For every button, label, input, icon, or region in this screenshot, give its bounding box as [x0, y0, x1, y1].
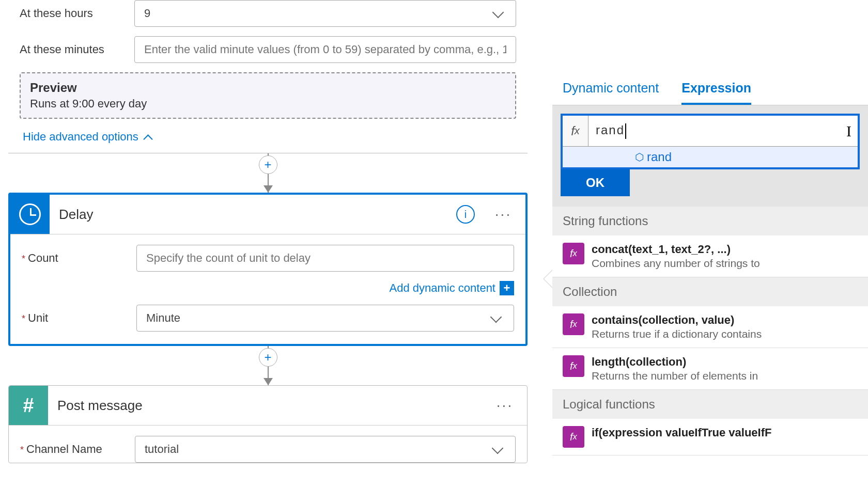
post-message-icon: #: [9, 386, 48, 425]
suggestion-item[interactable]: ⬡ rand: [563, 147, 858, 167]
hide-advanced-label: Hide advanced options: [23, 130, 138, 144]
function-signature: concat(text_1, text_2?, ...): [592, 243, 760, 256]
unit-label: Unit: [22, 311, 136, 325]
post-message-title: Post message: [48, 398, 492, 414]
channel-name-value: tutorial: [145, 443, 179, 456]
preview-text: Runs at 9:00 every day: [30, 97, 506, 111]
preview-box: Preview Runs at 9:00 every day: [20, 72, 516, 119]
chevron-down-icon: [492, 6, 506, 21]
add-step-button[interactable]: +: [259, 348, 277, 367]
add-dynamic-label: Add dynamic content: [390, 281, 495, 295]
chevron-down-icon: [490, 311, 504, 325]
tab-dynamic-content[interactable]: Dynamic content: [563, 81, 659, 105]
ok-button[interactable]: OK: [561, 169, 630, 196]
function-item[interactable]: fxlength(collection)Returns the number o…: [552, 348, 868, 390]
channel-name-select[interactable]: tutorial: [135, 436, 516, 463]
fx-icon: fx: [563, 116, 588, 146]
function-section-header: String functions: [552, 207, 868, 235]
arrow-down-icon: [264, 378, 273, 385]
chevron-down-icon: [491, 442, 506, 456]
clock-icon: [19, 203, 41, 225]
function-signature: contains(collection, value): [592, 313, 762, 327]
function-section-header: Logical functions: [552, 390, 868, 419]
connector: +: [8, 346, 528, 385]
text-cursor-icon: [625, 123, 626, 139]
fx-icon: fx: [563, 313, 584, 335]
function-item[interactable]: fxcontains(collection, value)Returns tru…: [552, 306, 868, 348]
function-description: Combines any number of strings to: [592, 257, 760, 270]
function-item[interactable]: fxconcat(text_1, text_2?, ...)Combines a…: [552, 235, 868, 277]
hide-advanced-link[interactable]: Hide advanced options: [23, 130, 151, 144]
channel-name-label: Channel Name: [20, 443, 135, 456]
tab-expression[interactable]: Expression: [681, 81, 751, 105]
text-caret-icon: I: [846, 122, 851, 140]
arrow-down-icon: [264, 185, 273, 193]
post-message-card: # Post message ··· Channel Name tutorial: [8, 385, 528, 463]
count-input[interactable]: [136, 245, 514, 272]
function-signature: length(collection): [592, 355, 758, 369]
fx-icon: fx: [563, 243, 584, 264]
fx-icon: fx: [563, 355, 584, 377]
preview-title: Preview: [30, 81, 506, 95]
plus-icon: +: [500, 281, 514, 295]
fx-icon: fx: [563, 426, 584, 448]
hash-icon: #: [23, 395, 34, 417]
minutes-label: At these minutes: [20, 43, 134, 56]
delay-card: Delay i ··· Count Add dynamic content + …: [8, 193, 528, 346]
delay-title: Delay: [50, 207, 456, 223]
expression-input[interactable]: rand: [588, 123, 846, 139]
function-section-header: Collection: [552, 277, 868, 306]
card-menu-button[interactable]: ···: [490, 206, 516, 223]
function-description: Returns the number of elements in: [592, 370, 758, 382]
count-label: Count: [22, 251, 136, 265]
expression-input-highlight: fx rand I ⬡ rand: [561, 114, 860, 169]
minutes-input[interactable]: [134, 36, 516, 63]
card-menu-button[interactable]: ···: [492, 397, 518, 414]
add-step-button[interactable]: +: [259, 155, 277, 174]
delay-icon: [10, 195, 50, 234]
recurrence-body: At these hours 9 At these minutes Previe…: [8, 0, 528, 153]
expression-value: rand: [596, 123, 625, 137]
connector: +: [8, 153, 528, 193]
cube-icon: ⬡: [635, 151, 644, 163]
unit-value: Minute: [146, 311, 180, 325]
unit-select[interactable]: Minute: [136, 305, 514, 332]
hours-value: 9: [144, 7, 150, 20]
hours-label: At these hours: [20, 7, 134, 20]
hours-select[interactable]: 9: [134, 0, 516, 27]
suggestion-label: rand: [647, 150, 672, 164]
add-dynamic-content-link[interactable]: Add dynamic content +: [22, 281, 514, 295]
function-list: String functionsfxconcat(text_1, text_2?…: [552, 207, 868, 455]
function-signature: if(expression valueIfTrue valueIfF: [592, 426, 771, 439]
function-item[interactable]: fxif(expression valueIfTrue valueIfF: [552, 419, 868, 455]
panel-pointer-icon: [543, 270, 552, 288]
info-button[interactable]: i: [456, 205, 475, 224]
function-description: Returns true if a dictionary contains: [592, 328, 762, 340]
chevron-up-icon: [138, 130, 151, 144]
expression-panel: Dynamic content Expression fx rand I ⬡ r…: [552, 73, 868, 455]
